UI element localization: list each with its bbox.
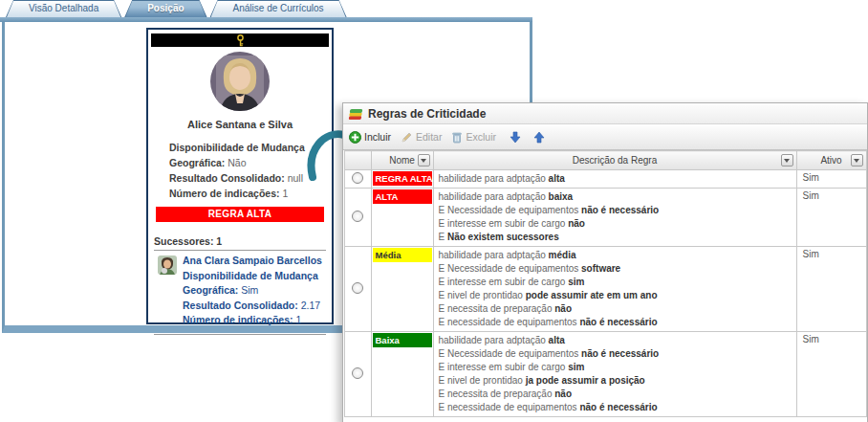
description-line: habilidade para adptação baixa — [439, 190, 796, 204]
description-line: E Não existem sucessores — [439, 231, 796, 244]
description-line: habilidade para adptação média — [439, 249, 796, 262]
row-radio[interactable] — [352, 282, 363, 294]
row-radio[interactable] — [352, 172, 363, 184]
table-row: REGRA ALTAhabilidade para adptação altaS… — [344, 170, 866, 189]
row-radio[interactable] — [352, 211, 363, 222]
rules-panel-title: Regras de Criticidade — [368, 107, 486, 121]
description-column-header: Descrição da Regra — [433, 151, 796, 170]
successor-fields: Disponibilidade de MudançaGeográfica: Si… — [183, 269, 322, 328]
tab-visão-detalhada[interactable]: Visão Detalhada — [6, 0, 121, 17]
move-down-button[interactable] — [510, 131, 524, 144]
table-row: ALTAhabilidade para adptação baixaE Nece… — [344, 189, 866, 247]
description-line: E nivel de prontidao ja pode assumir a p… — [439, 374, 796, 388]
field-line: Geográfica: Sim — [183, 283, 322, 299]
profile-photo — [210, 52, 270, 111]
successor-name[interactable]: Ana Clara Sampaio Barcellos — [183, 254, 322, 269]
row-radio-cell — [344, 332, 371, 417]
row-radio[interactable] — [352, 367, 363, 379]
name-filter-button[interactable] — [418, 154, 430, 167]
field-line: Resultado Consolidado: 2.17 — [183, 299, 322, 314]
move-up-button[interactable] — [533, 131, 548, 144]
field-line: Número de indicações: 1 — [183, 313, 322, 328]
edit-icon — [401, 131, 413, 144]
rule-active-cell: Sim — [796, 189, 866, 247]
tab-bar: Visão DetalhadaPosiçãoAnálise de Currícu… — [6, 0, 347, 17]
rule-description-cell: habilidade para adptação altaE Necessida… — [433, 332, 796, 417]
description-line: E necessidade de equipamentos não é nece… — [439, 316, 796, 329]
rule-name-chip: Média — [373, 248, 432, 262]
successor-item[interactable]: Ana Clara Sampaio Barcellos Disponibilid… — [158, 254, 328, 328]
description-line: E interesse em subir de cargo sim — [439, 361, 796, 374]
description-line: E nivel de prontidao pode assumir ate em… — [439, 289, 796, 302]
rule-name-cell: Baixa — [371, 332, 433, 417]
rule-active-cell: Sim — [796, 247, 866, 332]
table-row: Médiahabilidade para adptação médiaE Nec… — [344, 247, 866, 332]
table-row: Baixahabilidade para adptação altaE Nece… — [344, 332, 866, 417]
description-line: E interesse em subir de cargo sim — [439, 276, 796, 289]
add-icon — [349, 131, 361, 144]
table-header-row: Nome Descrição da Regra Ativo — [344, 151, 866, 170]
description-line: E necessidade de equipamentos não é nece… — [439, 401, 796, 414]
rules-panel-header: Regras de Criticidade — [343, 103, 867, 124]
row-radio-cell — [344, 189, 371, 247]
move-up-icon — [533, 131, 545, 144]
divider — [154, 334, 326, 335]
tab-análise-de-currículos[interactable]: Análise de Currículos — [210, 0, 347, 17]
excluir-button[interactable]: Excluir — [451, 131, 496, 144]
rules-table: Nome Descrição da Regra Ativo REGRA ALTA… — [344, 150, 867, 417]
rule-description-cell: habilidade para adptação médiaE Necessid… — [433, 247, 796, 332]
rule-name-chip: REGRA ALTA — [373, 171, 432, 186]
row-radio-cell — [344, 247, 371, 332]
rules-toolbar: IncluirEditarExcluir — [343, 124, 867, 150]
rule-active-cell: Sim — [796, 332, 866, 417]
description-line: E Necessidade de equipamentos software — [439, 262, 796, 276]
successors-label: Sucessores: 1 — [154, 235, 332, 247]
tab-posição[interactable]: Posição — [124, 0, 206, 17]
description-line: E necessita de preparação não — [439, 302, 796, 316]
incluir-button[interactable]: Incluir — [349, 131, 391, 144]
row-radio-cell — [344, 170, 371, 189]
rule-active-cell: Sim — [796, 170, 866, 189]
active-column-header: Ativo — [796, 151, 866, 170]
editar-button[interactable]: Editar — [401, 131, 442, 144]
rule-badge: REGRA ALTA — [156, 207, 324, 222]
description-line: E Necessidade de equipamentos não é nece… — [439, 204, 796, 217]
delete-icon — [451, 131, 463, 144]
key-icon — [235, 34, 246, 47]
rule-description-cell: habilidade para adptação alta — [433, 170, 796, 189]
layers-icon — [348, 107, 363, 121]
key-banner — [151, 33, 329, 47]
description-line: E necessita de preparação não — [439, 388, 796, 401]
rule-name-cell: REGRA ALTA — [371, 170, 433, 189]
rules-panel: Regras de Criticidade IncluirEditarExclu… — [342, 102, 868, 422]
screen: Visão DetalhadaPosiçãoAnálise de Currícu… — [0, 0, 868, 422]
successor-avatar — [158, 255, 177, 275]
divider — [154, 250, 326, 251]
radio-column-header — [344, 151, 371, 170]
description-line: habilidade para adptação alta — [439, 172, 796, 186]
description-line: E Necessidade de equipamentos não é nece… — [439, 347, 796, 361]
description-filter-button[interactable] — [781, 154, 793, 167]
description-line: E interesse em subir de cargo não — [439, 217, 796, 231]
rule-name-cell: Média — [371, 247, 433, 332]
active-filter-button[interactable] — [851, 154, 863, 167]
description-line: habilidade para adptação alta — [439, 334, 796, 347]
rule-name-chip: ALTA — [373, 189, 432, 204]
rule-description-cell: habilidade para adptação baixaE Necessid… — [433, 189, 796, 247]
move-down-icon — [510, 131, 521, 144]
rule-name-cell: ALTA — [371, 189, 433, 247]
name-column-header: Nome — [371, 151, 433, 170]
field-line: Disponibilidade de Mudança — [183, 269, 322, 284]
rule-name-chip: Baixa — [373, 333, 432, 347]
